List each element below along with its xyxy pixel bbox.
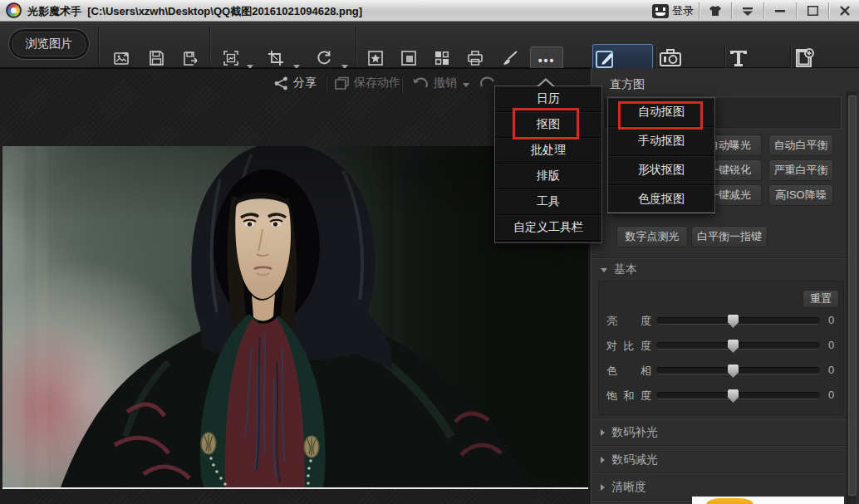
main-toolbar: 浏览图片 打开 保存 另存 尺寸 — [0, 22, 859, 68]
high-iso-denoise-button[interactable]: 高ISO降噪 — [768, 184, 833, 206]
saturation-slider-thumb[interactable] — [728, 389, 739, 403]
divider — [763, 2, 764, 19]
divider — [699, 2, 699, 19]
divider — [591, 257, 859, 258]
section-dim-light-header[interactable]: 数码减光 — [601, 453, 658, 467]
menu-item-cutout[interactable]: 抠图 — [495, 112, 601, 138]
undo-dropdown-arrow[interactable] — [463, 83, 469, 87]
saturation-label: 饱和度 — [606, 389, 651, 404]
share-label: 分享 — [293, 76, 317, 91]
brightness-label: 亮度 — [606, 314, 651, 329]
resize-icon — [222, 49, 240, 67]
menu-item-customize-toolbar[interactable]: 自定义工具栏 — [495, 215, 601, 241]
login-label: 登录 — [672, 3, 694, 18]
rotate-icon — [315, 49, 333, 67]
section-clarity-label: 清晰度 — [611, 480, 646, 495]
watermark-icon — [793, 46, 856, 70]
divider — [591, 472, 859, 473]
section-dim-light-label: 数码减光 — [611, 453, 658, 467]
open-icon — [112, 49, 130, 67]
divider — [98, 27, 99, 63]
chevron-right-icon — [601, 484, 605, 491]
divider — [828, 2, 829, 19]
menu-item-batch[interactable]: 批处理 — [495, 138, 601, 164]
redo-button[interactable] — [479, 76, 496, 89]
collage-icon — [433, 49, 451, 67]
menu-pointer-icon — [538, 81, 553, 87]
menu-item-calendar[interactable]: 日历 — [495, 86, 601, 112]
basic-adjust-box: 重置 亮度 0 对比度 0 色相 0 饱和度 0 — [598, 281, 844, 415]
menu-item-tools[interactable]: 工具 — [495, 189, 601, 215]
digital-spot-metering-button[interactable]: 数字点测光 — [616, 226, 688, 247]
white-balance-one-key-button[interactable]: 白平衡一指键 — [691, 226, 768, 247]
more-tools-icon: ••• — [531, 54, 562, 67]
title-bar: 光影魔术手 [C:\Users\xzwh\Desktop\QQ截图2016102… — [0, 0, 859, 22]
save-as-icon — [181, 49, 199, 67]
chevron-right-icon — [601, 457, 605, 463]
brightness-slider-track[interactable] — [656, 317, 820, 325]
close-icon[interactable] — [834, 2, 856, 19]
more-tools-menu: 日历 抠图 批处理 排版 工具 自定义工具栏 — [494, 86, 602, 243]
divider — [209, 27, 210, 63]
divider — [326, 77, 326, 92]
submenu-item-chroma-cutout[interactable]: 色度抠图 — [608, 185, 714, 214]
undo-button[interactable]: 撤销 — [412, 76, 457, 91]
brush-icon — [501, 49, 519, 67]
divider — [591, 418, 859, 418]
saturation-slider-track[interactable] — [656, 392, 820, 399]
saturation-slider-row: 饱和度 0 — [599, 388, 845, 403]
window-title: 光影魔术手 [C:\Users\xzwh\Desktop\QQ截图2016102… — [27, 4, 362, 19]
section-fill-light-label: 数码补光 — [611, 425, 658, 440]
submenu-item-manual-cutout[interactable]: 手动抠图 — [608, 127, 714, 156]
hue-slider-thumb[interactable] — [728, 365, 739, 378]
section-basic-header[interactable]: 基本 — [601, 262, 637, 277]
contrast-slider-thumb[interactable] — [728, 340, 739, 353]
contrast-label: 对比度 — [606, 339, 651, 354]
skin-icon[interactable] — [704, 2, 726, 19]
contrast-slider-row: 对比度 0 — [599, 338, 845, 353]
histogram-title: 直方图 — [610, 77, 645, 92]
hue-slider-track[interactable] — [656, 367, 820, 374]
browse-images-button[interactable]: 浏览图片 — [8, 28, 90, 60]
hue-slider-row: 色相 0 — [599, 363, 845, 378]
template-icon — [466, 49, 484, 67]
frame-icon — [400, 49, 418, 67]
section-basic-label: 基本 — [614, 262, 637, 277]
chevron-right-icon — [601, 429, 605, 436]
save-action-button[interactable]: 保存动作 — [334, 76, 400, 91]
divider — [401, 77, 402, 92]
smiley-icon — [652, 4, 669, 18]
reset-button[interactable]: 重置 — [803, 290, 839, 308]
brightness-slider-thumb[interactable] — [728, 315, 739, 328]
panel-scrollbar[interactable] — [847, 91, 857, 504]
hue-label: 色相 — [606, 364, 651, 379]
section-clarity-header[interactable]: 清晰度 — [601, 480, 646, 495]
submenu-item-shape-cutout[interactable]: 形状抠图 — [608, 156, 714, 185]
share-button[interactable]: 分享 — [274, 76, 317, 91]
menu-item-layout[interactable]: 排版 — [495, 164, 601, 189]
login-button[interactable]: 登录 — [652, 3, 694, 18]
contrast-value: 0 — [828, 339, 834, 351]
submenu-item-auto-cutout[interactable]: 自动抠图 — [608, 98, 714, 127]
save-action-icon — [334, 76, 349, 91]
text-icon — [727, 46, 788, 70]
collapse-toolbar-icon[interactable] — [737, 2, 758, 19]
auto-white-balance-button[interactable]: 自动白平衡 — [768, 135, 833, 156]
severe-white-balance-button[interactable]: 严重白平衡 — [768, 159, 833, 181]
sticker-icon — [366, 49, 385, 67]
share-icon — [274, 76, 288, 91]
photo-editor-window: 光影魔术手 [C:\Users\xzwh\Desktop\QQ截图2016102… — [0, 0, 859, 504]
save-icon — [147, 49, 165, 67]
cutout-submenu: 自动抠图 手动抠图 形状抠图 色度抠图 — [607, 97, 715, 213]
maximize-icon[interactable] — [802, 2, 823, 19]
section-fill-light-header[interactable]: 数码补光 — [601, 425, 658, 440]
scrollbar-thumb[interactable] — [848, 95, 857, 496]
save-action-label: 保存动作 — [354, 76, 400, 91]
undo-label: 撤销 — [434, 76, 457, 91]
app-logo-icon — [6, 2, 22, 18]
edit-square-icon — [593, 47, 652, 71]
contrast-slider-track[interactable] — [656, 342, 820, 350]
hue-value: 0 — [828, 364, 834, 376]
minimize-icon[interactable] — [769, 2, 791, 19]
camera-icon — [658, 46, 723, 70]
